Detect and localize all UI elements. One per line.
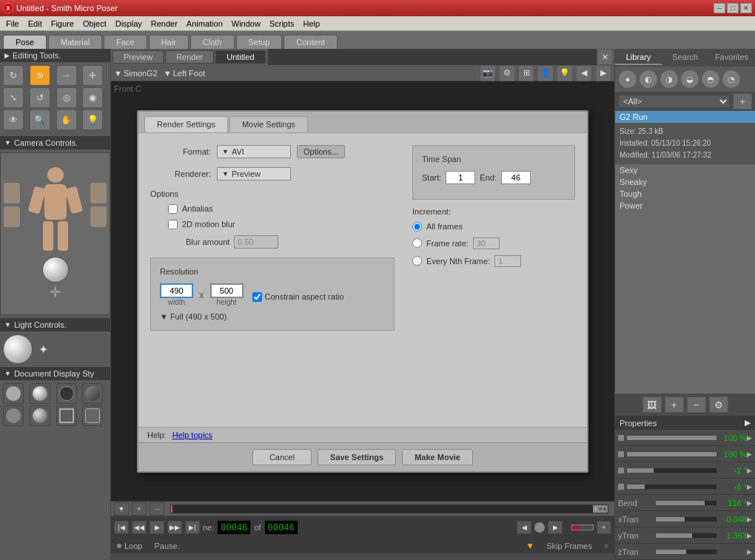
renderer-dropdown[interactable]: ▼ Preview [217,167,291,181]
prop-slider-2[interactable] [626,451,717,457]
tool-arrow[interactable]: → [56,65,77,86]
bone-selector[interactable]: ▼ Left Foot [164,69,205,78]
param-arrow-xtran[interactable]: ▶ [747,516,752,523]
library-item-sneaky[interactable]: Sneaky [615,176,755,188]
search-tab[interactable]: Search [662,50,708,65]
bend-slider[interactable] [655,500,717,506]
ztran-slider[interactable] [655,549,717,555]
character-selector[interactable]: ▼ SimonG2 [114,69,158,78]
keyframe-next-icon[interactable]: ▶ [548,521,563,534]
lib-action-settings[interactable]: ⚙ [709,397,728,413]
display-style-1[interactable] [3,383,24,404]
height-input[interactable] [210,283,244,298]
every-nth-input[interactable] [494,255,521,267]
camera-controls-header[interactable]: ▼ Camera Controls. [0,136,110,149]
menu-window[interactable]: Window [227,18,265,30]
tool-twist[interactable]: ↺ [30,87,50,108]
width-input[interactable] [160,283,193,298]
ytran-slider[interactable] [655,533,717,539]
menu-display[interactable]: Display [111,18,147,30]
library-item-tough[interactable]: Tough [615,188,755,200]
xtran-slider[interactable] [655,516,717,522]
settings-icon[interactable]: ⚙ [499,65,515,81]
help-link[interactable]: Help topics [172,431,212,439]
lib-icon-6[interactable]: ◔ [722,70,741,89]
tool-hand[interactable]: ✋ [56,109,77,130]
menu-object[interactable]: Object [78,18,111,30]
start-frame-input[interactable] [446,171,475,184]
display-style-7[interactable] [56,405,77,426]
prop-arrow-4[interactable]: ▶ [747,483,752,490]
play-first-icon[interactable]: |◀ [114,521,129,534]
frame-rate-input[interactable] [473,237,500,249]
prop-slider-1[interactable] [626,435,717,441]
library-filter-select[interactable]: <All> [618,95,730,108]
nav-next-icon[interactable]: ▶ [595,65,611,81]
tab-pose[interactable]: Pose [3,35,47,49]
all-frames-radio[interactable] [412,222,422,232]
prop-slider-3[interactable] [626,468,717,473]
save-settings-button[interactable]: Save Settings [318,449,396,465]
play-last-icon[interactable]: ▶| [185,521,200,534]
modal-tab-render-settings[interactable]: Render Settings [144,116,228,132]
tab-cloth[interactable]: Cloth [190,35,235,49]
play-next-icon[interactable]: ▶▶ [167,521,182,534]
figure-icon[interactable]: 👤 [537,65,554,81]
lib-icon-3[interactable]: ◑ [660,70,679,89]
menu-edit[interactable]: Edit [24,18,47,30]
tab-material[interactable]: Material [48,35,102,49]
param-arrow-bend[interactable]: ▶ [747,499,752,507]
menu-figure[interactable]: Figure [47,18,78,30]
library-tab[interactable]: Library [615,50,662,65]
library-item-sexy[interactable]: Sexy [615,164,755,176]
tool-scale[interactable]: ⤡ [3,87,24,108]
tool-eye[interactable]: 👁 [3,109,24,130]
cancel-button[interactable]: Cancel [252,449,312,465]
restore-button[interactable]: □ [727,3,739,13]
timeline-expand-icon[interactable]: ▼ [114,502,129,516]
properties-header[interactable]: Properties ▶ [615,416,755,430]
display-style-2[interactable] [30,383,50,404]
library-selected-item[interactable]: G2 Run [615,111,755,123]
tool-active[interactable]: ⊕ [30,65,50,86]
tab-hair[interactable]: Hair [149,35,189,49]
modal-tab-movie-settings[interactable]: Movie Settings [229,116,308,132]
menu-scripts[interactable]: Scripts [265,18,299,30]
tool-rotate[interactable]: ↻ [3,65,24,86]
display-style-5[interactable] [3,405,24,426]
lib-icon-1[interactable]: ● [618,70,637,89]
constrain-checkbox[interactable] [252,292,262,302]
light-icon[interactable]: 💡 [557,65,573,81]
timeline-scrub-bar[interactable] [170,505,608,513]
prop-slider-4[interactable] [626,484,717,490]
tool-push[interactable]: ◉ [82,87,103,108]
tool-taunt[interactable]: ◎ [56,87,77,108]
display-style-4[interactable] [82,383,103,404]
display-style-6[interactable] [30,405,50,426]
lib-icon-2[interactable]: ◐ [639,70,658,89]
lib-action-remove[interactable]: − [687,397,706,413]
lib-action-add[interactable]: + [665,397,684,413]
prop-arrow-1[interactable]: ▶ [747,434,752,442]
param-arrow-ztran[interactable]: ▶ [747,548,752,556]
menu-file[interactable]: File [1,18,24,30]
tool-zoom[interactable]: 🔍 [30,109,50,130]
preset-dropdown[interactable]: ▼ Full (490 x 500) [160,312,226,321]
tab-face[interactable]: Face [104,35,147,49]
make-movie-button[interactable]: Make Movie [402,449,473,465]
antialias-checkbox[interactable] [168,204,178,214]
menu-animation[interactable]: Animation [182,18,227,30]
add-keyframe-btn[interactable]: + [597,521,611,534]
timeline-dots-btn[interactable]: ··· [150,502,164,516]
tool-move[interactable]: ✛ [82,65,103,86]
prop-arrow-2[interactable]: ▶ [747,451,752,458]
editing-tools-header[interactable]: ▶ Editing Tools. [0,49,110,62]
prop-arrow-3[interactable]: ▶ [747,467,752,474]
frame-rate-radio[interactable] [412,238,422,248]
minimize-button[interactable]: ─ [714,3,725,13]
display-style-header[interactable]: ▼ Document Display Sty [0,367,110,380]
play-icon[interactable]: ▶ [150,521,164,534]
motion-blur-checkbox[interactable] [168,220,178,229]
param-arrow-ytran[interactable]: ▶ [747,532,752,539]
subtab-untitled[interactable]: Untitled [215,50,265,64]
